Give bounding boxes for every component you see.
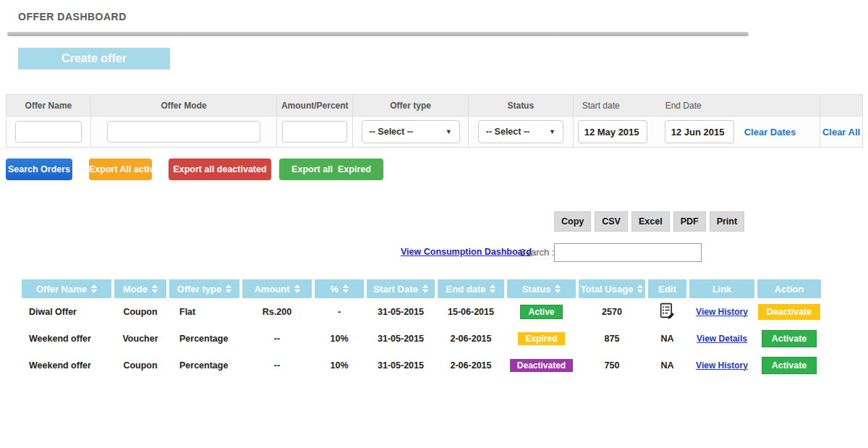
cell-offer-type: Percentage: [169, 360, 239, 371]
column-header-action: Action: [757, 279, 821, 298]
view-history-link[interactable]: View History: [696, 307, 748, 317]
pdf-button[interactable]: PDF: [673, 211, 706, 232]
view-history-link[interactable]: View History: [696, 360, 748, 371]
cell-end-date: 2-06-2015: [438, 360, 504, 371]
cell-start-date: 31-05-2015: [367, 307, 435, 317]
sort-icon: [490, 284, 495, 293]
cell-end-date: 15-06-2015: [438, 307, 504, 317]
filter-offer-type-label: Offer type: [390, 101, 431, 111]
datatable-export-toolbar: Copy CSV Excel PDF Print: [554, 211, 744, 232]
deactivate-button[interactable]: Deactivate: [758, 304, 821, 320]
status-badge: Active: [520, 305, 562, 319]
filter-amount-percent-label: Amount/Percent: [281, 101, 349, 111]
cell-edit-na: NA: [648, 334, 686, 344]
table-header-row: Offer Name Mode Offer type Amount % Star…: [22, 279, 821, 298]
sort-icon: [91, 284, 97, 293]
clear-all-link[interactable]: Clear All: [822, 127, 860, 138]
cell-offer-name: Weekend offer: [22, 360, 111, 371]
status-selected-value: -- Select --: [486, 127, 529, 137]
column-header-edit: Edit: [648, 279, 686, 298]
title-divider: [7, 32, 749, 36]
clear-dates-link[interactable]: Clear Dates: [744, 127, 796, 138]
table-row: Weekend offer Voucher Percentage -- 10% …: [22, 325, 821, 352]
filter-offer-mode-label: Offer Mode: [161, 101, 206, 111]
offer-mode-input[interactable]: [107, 121, 260, 143]
cell-offer-name: Weekend offer: [22, 334, 111, 344]
excel-button[interactable]: Excel: [631, 211, 670, 232]
cell-mode: Coupon: [114, 360, 166, 371]
column-header-link: Link: [689, 279, 754, 298]
csv-button[interactable]: CSV: [595, 211, 628, 232]
status-badge: Deactivated: [510, 359, 573, 372]
sort-icon: [152, 284, 158, 293]
column-header-total-usage[interactable]: Total Usage: [579, 279, 645, 298]
sort-icon: [555, 284, 561, 293]
table-row: Diwal Offer Coupon Flat Rs.200 - 31-05-2…: [22, 298, 821, 325]
cell-offer-type: Flat: [169, 307, 239, 317]
column-header-mode[interactable]: Mode: [114, 279, 166, 298]
view-consumption-dashboard-link[interactable]: View Consumption Dashboard: [401, 247, 532, 257]
column-header-end-date[interactable]: End date: [438, 279, 504, 298]
column-header-percent[interactable]: %: [315, 279, 364, 298]
end-date-input[interactable]: [665, 120, 734, 143]
filter-input-row: -- Select -- ▼ -- Select -- ▼ Clear Date…: [7, 117, 862, 147]
chevron-down-icon: ▼: [446, 128, 452, 135]
create-offer-button[interactable]: Create offer: [18, 48, 170, 69]
filter-start-date-label: Start date: [582, 101, 665, 111]
cell-mode: Voucher: [114, 334, 166, 344]
edit-icon[interactable]: [658, 302, 676, 320]
table-search-label: Search :: [519, 247, 554, 258]
status-badge: Expired: [518, 332, 564, 345]
sort-icon: [637, 284, 643, 293]
filter-panel: Offer Name Offer Mode Amount/Percent Off…: [6, 94, 863, 148]
export-all-active-button[interactable]: Export All active: [89, 159, 152, 180]
cell-offer-type: Percentage: [169, 334, 239, 344]
cell-percent: -: [315, 307, 364, 317]
cell-offer-name: Diwal Offer: [22, 307, 111, 317]
filter-offer-name-label: Offer Name: [25, 101, 72, 111]
start-date-input[interactable]: [578, 120, 647, 143]
offer-name-input[interactable]: [15, 121, 82, 143]
filter-end-date-label: End Date: [665, 101, 702, 111]
filter-status-label: Status: [507, 101, 534, 111]
sort-icon: [226, 284, 231, 293]
cell-edit-na: NA: [648, 360, 686, 371]
cell-amount: --: [242, 360, 312, 371]
cell-total-usage: 750: [579, 360, 645, 371]
activate-button[interactable]: Activate: [762, 357, 817, 374]
activate-button[interactable]: Activate: [762, 330, 817, 347]
column-header-offer-type[interactable]: Offer type: [169, 279, 239, 298]
offer-type-select[interactable]: -- Select -- ▼: [362, 120, 460, 143]
cell-start-date: 31-05-2015: [367, 360, 435, 371]
column-header-status[interactable]: Status: [507, 279, 576, 298]
cell-percent: 10%: [315, 334, 364, 344]
copy-button[interactable]: Copy: [554, 211, 591, 232]
print-button[interactable]: Print: [710, 211, 744, 232]
cell-percent: 10%: [315, 360, 364, 371]
table-search-input[interactable]: [554, 243, 702, 262]
column-header-amount[interactable]: Amount: [242, 279, 312, 298]
cell-end-date: 2-06-2015: [438, 334, 504, 344]
status-select[interactable]: -- Select -- ▼: [478, 120, 563, 143]
page-title: OFFER DASHBOARD: [18, 11, 127, 22]
table-body: Diwal Offer Coupon Flat Rs.200 - 31-05-2…: [22, 298, 821, 379]
chevron-down-icon: ▼: [549, 128, 556, 135]
amount-percent-input[interactable]: [282, 121, 347, 143]
offer-dashboard-page: OFFER DASHBOARD Create offer Offer Name …: [0, 0, 868, 448]
view-details-link[interactable]: View Details: [697, 334, 747, 344]
export-all-deactivated-button[interactable]: Export all deactivated: [169, 159, 271, 180]
column-header-offer-name[interactable]: Offer Name: [22, 279, 111, 298]
sort-icon: [343, 284, 349, 293]
sort-icon: [294, 284, 300, 293]
cell-amount: --: [242, 334, 312, 344]
cell-total-usage: 2570: [579, 307, 645, 317]
search-orders-button[interactable]: Search Orders: [6, 159, 72, 180]
offer-type-selected-value: -- Select --: [370, 127, 413, 137]
sort-icon: [422, 284, 428, 293]
cell-start-date: 31-05-2015: [367, 334, 435, 344]
table-row: Weekend offer Coupon Percentage -- 10% 3…: [22, 352, 821, 379]
filter-header-row: Offer Name Offer Mode Amount/Percent Off…: [7, 95, 862, 117]
cell-mode: Coupon: [114, 307, 166, 317]
export-all-expired-button[interactable]: Export all Expired: [279, 159, 383, 180]
column-header-start-date[interactable]: Start Date: [367, 279, 435, 298]
